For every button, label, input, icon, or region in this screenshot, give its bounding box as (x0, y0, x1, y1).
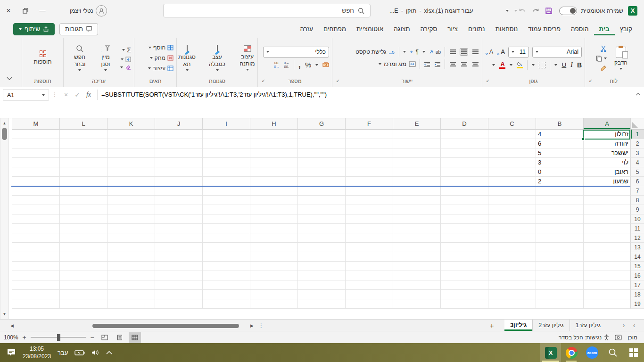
cell-I12[interactable] (202, 233, 250, 243)
cell-B5[interactable]: 0 (536, 167, 583, 177)
restore-button[interactable] (17, 3, 34, 18)
cell-D9[interactable] (440, 205, 488, 214)
cell-A19[interactable] (583, 299, 630, 309)
cell-K10[interactable] (107, 214, 155, 224)
scroll-right-icon[interactable]: ▶ (250, 323, 254, 328)
new-sheet-button[interactable]: + (486, 320, 498, 331)
cell-E13[interactable] (393, 243, 440, 252)
cell-M16[interactable] (12, 271, 59, 280)
row-header-6[interactable]: 6 (630, 177, 644, 186)
undo-button[interactable] (514, 7, 526, 14)
row-header-4[interactable]: 4 (630, 158, 644, 167)
cell-L17[interactable] (59, 280, 107, 290)
cell-E19[interactable] (393, 299, 440, 309)
cell-A18[interactable] (583, 290, 630, 299)
ribbon-tab-10[interactable]: אוטומציית (351, 23, 388, 35)
cell-C18[interactable] (488, 290, 536, 299)
cell-G11[interactable] (297, 224, 345, 233)
column-header-E[interactable]: E (393, 118, 440, 130)
cell-M7[interactable] (12, 186, 59, 196)
cell-B6[interactable]: 2 (536, 177, 583, 186)
cell-M2[interactable] (12, 139, 59, 148)
cell-M5[interactable] (12, 167, 59, 177)
formula-bar-grip-icon[interactable]: ⋮ (52, 91, 58, 98)
cell-K1[interactable] (107, 130, 155, 139)
cell-A16[interactable] (583, 271, 630, 280)
comma-style-button[interactable]: , (298, 62, 301, 67)
scroll-left-icon[interactable]: ◀ (10, 323, 14, 328)
cell-K17[interactable] (107, 280, 155, 290)
cell-K2[interactable] (107, 139, 155, 148)
cell-L8[interactable] (59, 196, 107, 205)
insert-function-button[interactable]: fx (83, 89, 94, 100)
cell-I1[interactable] (202, 130, 250, 139)
cell-J10[interactable] (155, 214, 202, 224)
cell-D16[interactable] (440, 271, 488, 280)
cell-B9[interactable] (536, 205, 583, 214)
cell-I11[interactable] (202, 224, 250, 233)
collapse-ribbon-button[interactable] (7, 77, 12, 80)
orientation-button[interactable]: ab (429, 49, 441, 55)
number-format-box[interactable]: כללי (263, 47, 329, 58)
cell-L7[interactable] (59, 186, 107, 196)
cell-K14[interactable] (107, 252, 155, 262)
cell-M11[interactable] (12, 224, 59, 233)
sheet-tab-גיליון3[interactable]: גיליון3 (504, 320, 532, 331)
paste-button[interactable]: הדבק (611, 46, 631, 71)
zoom-slider-thumb[interactable] (57, 334, 60, 341)
cell-B19[interactable] (536, 299, 583, 309)
row-header-16[interactable]: 16 (630, 271, 644, 280)
cell-K16[interactable] (107, 271, 155, 280)
cell-C2[interactable] (488, 139, 536, 148)
collapse-formula-bar-button[interactable] (632, 91, 644, 97)
column-header-J[interactable]: J (155, 118, 202, 130)
cell-G18[interactable] (297, 290, 345, 299)
cell-B16[interactable] (536, 271, 583, 280)
row-header-2[interactable]: 2 (630, 139, 644, 148)
cell-C6[interactable] (488, 177, 536, 186)
cell-J16[interactable] (155, 271, 202, 280)
cell-A6[interactable]: שמעון (583, 177, 630, 186)
fill-button[interactable] (120, 57, 131, 62)
cell-M19[interactable] (12, 299, 59, 309)
currency-format-button[interactable] (322, 61, 329, 69)
cell-C1[interactable] (488, 130, 536, 139)
cell-D10[interactable] (440, 214, 488, 224)
cell-C14[interactable] (488, 252, 536, 262)
find-select-button[interactable]: חפש ובחר (68, 44, 91, 72)
row-header-9[interactable]: 9 (630, 205, 644, 214)
cell-C9[interactable] (488, 205, 536, 214)
cell-C3[interactable] (488, 148, 536, 158)
row-header-3[interactable]: 3 (630, 148, 644, 158)
cell-M9[interactable] (12, 205, 59, 214)
column-header-M[interactable]: M (12, 118, 59, 130)
cell-J4[interactable] (155, 158, 202, 167)
cell-I4[interactable] (202, 158, 250, 167)
cell-L18[interactable] (59, 290, 107, 299)
cell-L3[interactable] (59, 148, 107, 158)
cell-J15[interactable] (155, 262, 202, 271)
delete-cells-button[interactable]: מחק (137, 55, 173, 61)
ribbon-tab-1[interactable]: קובץ (615, 23, 637, 35)
cell-F7[interactable] (345, 186, 393, 196)
cell-G13[interactable] (297, 243, 345, 252)
cell-B10[interactable] (536, 214, 583, 224)
increase-decimal-button[interactable]: ←0.00 (284, 61, 289, 68)
align-left-button[interactable] (449, 62, 456, 66)
cell-I3[interactable] (202, 148, 250, 158)
cell-M12[interactable] (12, 233, 59, 243)
cell-L13[interactable] (59, 243, 107, 252)
fill-color-dropdown-icon[interactable] (510, 64, 512, 66)
row-header-8[interactable]: 8 (630, 196, 644, 205)
cell-I14[interactable] (202, 252, 250, 262)
cell-B4[interactable]: 3 (536, 158, 583, 167)
cell-A5[interactable]: ראובן (583, 167, 630, 177)
cell-J14[interactable] (155, 252, 202, 262)
cell-M3[interactable] (12, 148, 59, 158)
alignment-dialog-launcher[interactable]: ↙ (336, 79, 340, 83)
name-box[interactable]: A1 (3, 89, 49, 101)
taskbar-clock[interactable]: 13:05 23/08/2023 (23, 345, 51, 360)
cell-J13[interactable] (155, 243, 202, 252)
cell-I16[interactable] (202, 271, 250, 280)
reading-order-dropdown-icon[interactable] (403, 51, 406, 53)
